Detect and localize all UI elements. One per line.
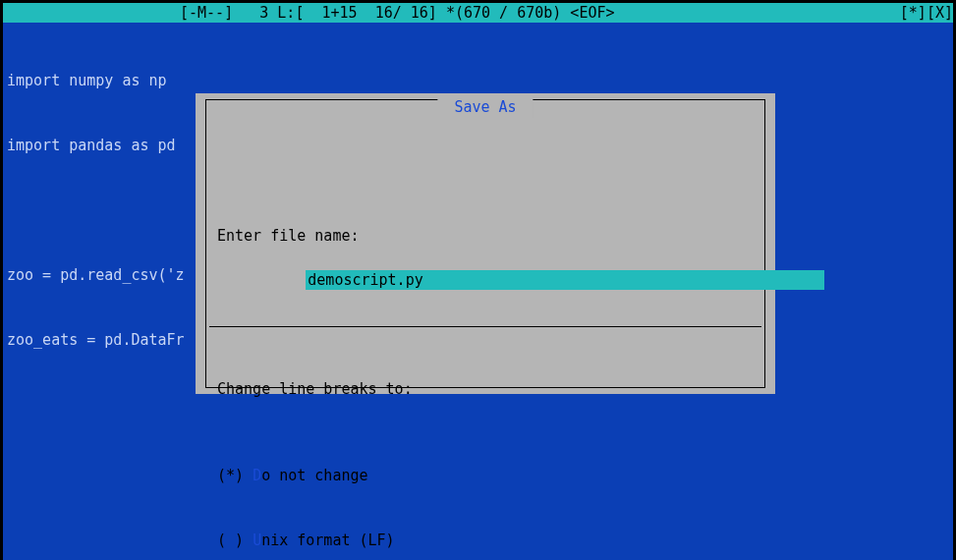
save-as-dialog: Save As Enter file name: demoscript.py C… [196, 93, 775, 394]
radio-do-not-change[interactable]: (*) Do not change [217, 465, 754, 486]
divider [209, 326, 761, 327]
radio-unix[interactable]: ( ) Unix format (LF) [217, 530, 754, 551]
filename-input[interactable]: demoscript.py [306, 270, 824, 290]
title-right-controls[interactable]: [*][X] [900, 3, 953, 23]
title-status: [-M--] 3 L:[ 1+15 16/ 16] *(670 / 670b) … [3, 3, 615, 23]
filename-prompt: Enter file name: [217, 225, 754, 247]
editor-area[interactable]: import numpy as np import pandas as pd z… [3, 23, 953, 560]
dialog-title: Save As [437, 96, 533, 118]
linebreak-label: Change line breaks to: [217, 378, 754, 400]
code-line: import numpy as np [7, 70, 949, 91]
title-bar: [-M--] 3 L:[ 1+15 16/ 16] *(670 / 670b) … [3, 3, 953, 23]
